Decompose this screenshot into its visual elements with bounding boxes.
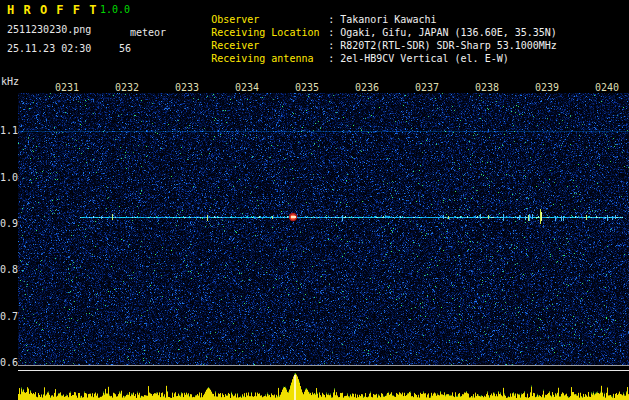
- info-separator: :: [328, 53, 334, 64]
- freq-tick: 0.7: [0, 311, 16, 322]
- app-version: 1.0.0: [100, 4, 130, 15]
- freq-tick: 0.6: [0, 357, 16, 368]
- info-value: 2el-HB9CV Vertical (el. E-W): [340, 53, 509, 64]
- freq-tick: 1.0: [0, 172, 16, 183]
- freq-tick: 0.9: [0, 218, 16, 229]
- time-tick: 0240: [595, 82, 619, 93]
- hrofft-window: H R O F F T 1.0.0 2511230230.png meteor …: [0, 0, 629, 400]
- mode-label: meteor: [130, 27, 166, 38]
- signal-level-canvas: [18, 372, 629, 400]
- datetime: 25.11.23 02:30: [7, 43, 91, 54]
- time-tick: 0238: [475, 82, 499, 93]
- freq-axis-unit: kHz: [1, 76, 19, 87]
- time-tick: 0236: [355, 82, 379, 93]
- time-tick: 0237: [415, 82, 439, 93]
- info-label: Receiving antenna: [211, 53, 328, 64]
- separator-line-upper: [18, 365, 629, 366]
- freq-tick: 1.1: [0, 125, 16, 136]
- spectrogram-canvas: [18, 93, 629, 365]
- time-tick: 0232: [115, 82, 139, 93]
- separator-line-lower: [18, 370, 629, 371]
- echo-count: 56: [119, 43, 131, 54]
- info-row: Receiving antenna:2el-HB9CV Vertical (el…: [175, 42, 509, 75]
- freq-tick: 0.8: [0, 264, 16, 275]
- time-tick: 0235: [295, 82, 319, 93]
- time-tick: 0239: [535, 82, 559, 93]
- time-tick: 0233: [175, 82, 199, 93]
- time-tick: 0231: [55, 82, 79, 93]
- time-tick: 0234: [235, 82, 259, 93]
- app-title: H R O F F T: [7, 3, 97, 17]
- filename: 2511230230.png: [7, 24, 91, 35]
